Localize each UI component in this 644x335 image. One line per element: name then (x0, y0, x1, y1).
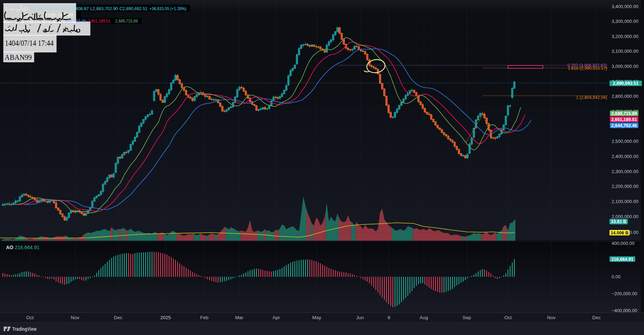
svg-text:Oct: Oct (26, 315, 33, 320)
svg-text:0.00: 0.00 (612, 274, 620, 279)
svg-text:AO: AO (6, 245, 13, 250)
svg-text:1404/07/14 17:44: 1404/07/14 17:44 (5, 39, 54, 48)
svg-text:Dec: Dec (114, 315, 122, 320)
svg-text:Oct: Oct (504, 315, 512, 320)
svg-text:2,400,000.00: 2,400,000.00 (612, 154, 638, 159)
svg-text:Nov: Nov (71, 315, 79, 320)
svg-text:Sep: Sep (463, 315, 471, 320)
svg-text:3,000,000.00: 3,000,000.00 (612, 64, 638, 69)
svg-text:Aug: Aug (420, 315, 428, 320)
svg-text:14.006 B: 14.006 B (611, 230, 628, 235)
svg-text:216,664.91: 216,664.91 (15, 245, 39, 250)
svg-text:L2,883,702.90: L2,883,702.90 (90, 6, 118, 11)
svg-text:216,664.91: 216,664.91 (611, 257, 633, 262)
svg-text:2,689,715.89: 2,689,715.89 (611, 111, 637, 116)
svg-text:Jun: Jun (356, 315, 364, 320)
svg-text:2,300,000.00: 2,300,000.00 (612, 169, 638, 174)
svg-text:Apr: Apr (272, 315, 280, 320)
svg-text:2,644,762.46: 2,644,762.46 (611, 123, 637, 128)
svg-text:H2,900,408.67: H2,900,408.67 (61, 6, 89, 11)
svg-text:2025: 2025 (160, 315, 171, 320)
svg-text:33.61 B: 33.61 B (611, 219, 626, 224)
svg-text:1.618 (2,990,915.17): 1.618 (2,990,915.17) (568, 66, 607, 71)
svg-text:2,651,189.51: 2,651,189.51 (88, 19, 110, 24)
svg-text:+36,633.05 (+1.28%): +36,633.05 (+1.28%) (149, 6, 186, 11)
svg-text:−200,000.00: −200,000.00 (612, 291, 637, 296)
svg-text:3,300,000.00: 3,300,000.00 (612, 19, 638, 24)
svg-text:2,651,189.51: 2,651,189.51 (611, 117, 637, 122)
svg-text:3,100,000.00: 3,100,000.00 (612, 49, 638, 54)
svg-text:2,100,000.00: 2,100,000.00 (612, 199, 638, 204)
svg-text:−400,000.00: −400,000.00 (612, 308, 637, 313)
svg-text:2,200,000.00: 2,200,000.00 (612, 184, 638, 189)
svg-text:1 (2,804,942.04): 1 (2,804,942.04) (576, 95, 607, 100)
svg-text:400,000.00: 400,000.00 (612, 241, 634, 246)
svg-text:2,500,000.00: 2,500,000.00 (612, 139, 638, 144)
svg-text:2,800,000.00: 2,800,000.00 (612, 94, 638, 99)
svg-text:O2,883,702.90: O2,883,702.90 (31, 6, 59, 11)
svg-text:3,400,000.00: 3,400,000.00 (612, 4, 638, 9)
svg-text:8: 8 (388, 315, 390, 320)
svg-text:D: D (25, 6, 28, 11)
svg-text:Dec: Dec (592, 315, 601, 320)
svg-text:3,200,000.00: 3,200,000.00 (612, 34, 638, 39)
svg-text:2,689,715.89: 2,689,715.89 (115, 19, 138, 24)
svg-text:ABAN99: ABAN99 (5, 53, 32, 62)
svg-text:2,000,000.00: 2,000,000.00 (612, 214, 638, 219)
svg-text:Mar: Mar (235, 315, 243, 320)
svg-text:Nov: Nov (547, 315, 556, 320)
svg-text:C2,890,692.51: C2,890,692.51 (119, 6, 148, 11)
svg-text:TradingView: TradingView (12, 326, 37, 332)
svg-text:2,890,692.51: 2,890,692.51 (613, 81, 639, 86)
svg-text:Feb: Feb (200, 315, 208, 320)
svg-text:May: May (312, 315, 321, 320)
svg-text:1 ,: 1 , (5, 6, 10, 11)
